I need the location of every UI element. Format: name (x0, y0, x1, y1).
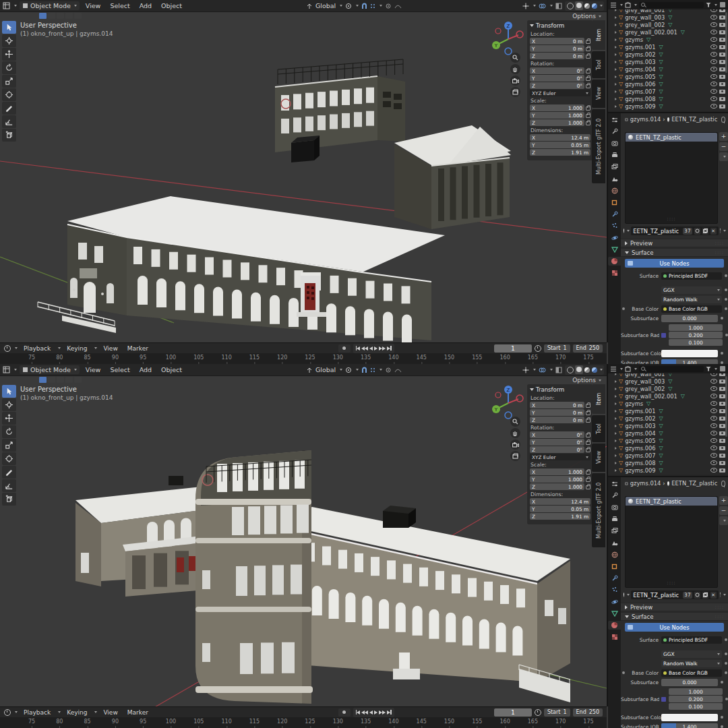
unlink-button[interactable]: ✕ (710, 228, 717, 235)
hide-eye-icon[interactable] (710, 394, 717, 398)
lock-icon[interactable] (586, 448, 590, 452)
outliner-item-gzyms.005[interactable]: ▽gzyms.005▽ (608, 73, 728, 80)
subheader-icon-3[interactable] (57, 13, 64, 19)
timeline[interactable]: Playback Keying View Marker 1 Start1 End… (0, 706, 607, 728)
hide-eye-icon[interactable] (710, 401, 717, 406)
zoom-icon[interactable] (510, 417, 520, 427)
menu-object[interactable]: Object (158, 366, 185, 373)
tool-move[interactable] (2, 48, 16, 61)
outliner-item-gzyms.005[interactable]: ▽gzyms.005▽ (608, 437, 728, 444)
material-slot-list[interactable]: EETN_TZ_plastic :::: (625, 496, 718, 588)
orientation-icon[interactable] (306, 3, 313, 9)
shader-select[interactable]: Principled BSDF (661, 272, 722, 280)
shader-select[interactable]: Principled BSDF (661, 636, 722, 644)
tab-view[interactable]: View (592, 444, 605, 472)
properties-editor-icon[interactable] (608, 479, 621, 488)
menu-add[interactable]: Add (136, 2, 155, 9)
hide-eye-icon[interactable] (710, 59, 717, 64)
add-slot-button[interactable]: + (719, 496, 728, 505)
hide-eye-icon[interactable] (710, 468, 717, 473)
orientation-icon[interactable] (306, 367, 313, 373)
xray-toggle-icon[interactable] (555, 3, 562, 9)
xray-toggle-icon[interactable] (555, 367, 562, 373)
subheader-icon-1[interactable] (39, 377, 47, 383)
menu-keying[interactable]: Keying (63, 709, 90, 716)
snap-with-icon[interactable] (370, 3, 375, 9)
timeline-ruler[interactable]: 7580859095100105110115120125130135140145… (0, 353, 607, 364)
hide-eye-icon[interactable] (710, 44, 717, 49)
tab-object-icon[interactable] (608, 198, 621, 207)
disclosure-icon[interactable] (615, 16, 617, 19)
snap-magnet-icon[interactable] (361, 3, 367, 9)
new-material-button[interactable] (702, 592, 708, 599)
tab-material-icon[interactable] (608, 621, 621, 630)
menu-add[interactable]: Add (136, 366, 155, 373)
radius-x-field[interactable]: 1.000 (669, 688, 723, 695)
disclosure-icon[interactable] (615, 469, 617, 472)
outliner-item-gzyms.004[interactable]: ▽gzyms.004▽ (608, 65, 728, 73)
dimensions-y-field[interactable]: Y0.05 m (530, 506, 590, 512)
shading-material-icon[interactable] (584, 3, 590, 9)
hide-eye-icon[interactable] (710, 386, 717, 391)
tab-view[interactable]: View (592, 80, 605, 108)
subheader-icon-1[interactable] (39, 13, 47, 19)
hide-eye-icon[interactable] (710, 408, 717, 413)
radius-y-field[interactable]: 0.200 (669, 332, 723, 338)
render-camera-icon[interactable] (719, 439, 725, 443)
display-mode-icon[interactable] (625, 2, 631, 8)
rotation-mode-dropdown[interactable]: XYZ Euler (530, 454, 590, 460)
navigation-gizmo[interactable]: Z Y (489, 384, 527, 425)
menu-select[interactable]: Select (107, 366, 133, 373)
dimensions-x-field[interactable]: X12.4 m (530, 134, 590, 141)
vector-toggle-icon[interactable] (661, 333, 666, 338)
hide-eye-icon[interactable] (710, 74, 717, 79)
hide-eye-icon[interactable] (710, 438, 717, 443)
prev-keyframe-button[interactable] (361, 345, 368, 352)
disclosure-icon[interactable] (615, 90, 617, 93)
render-camera-icon[interactable] (719, 38, 725, 42)
outliner[interactable]: ▽grey_wall_001▽▽grey_wall_003▽▽grey_wall… (608, 0, 728, 111)
rotation-mode-dropdown[interactable]: XYZ Euler (530, 90, 590, 96)
falloff-curve-icon[interactable] (394, 3, 402, 9)
tab-tool-icon[interactable] (608, 491, 621, 500)
disclosure-icon[interactable] (615, 31, 617, 34)
hide-eye-icon[interactable] (710, 67, 717, 71)
disclosure-icon[interactable] (615, 53, 617, 56)
frame-start-field[interactable]: Start1 (544, 708, 570, 717)
current-frame-field[interactable]: 1 (494, 344, 532, 353)
dimensions-z-field[interactable]: Z1.91 m (530, 513, 590, 520)
location-x-field[interactable]: X0 m (530, 402, 584, 408)
material-name-field[interactable]: EETN_TZ_plastic 37 ✕ (631, 590, 718, 599)
render-camera-icon[interactable] (719, 454, 725, 458)
radius-z-field[interactable]: 0.100 (669, 703, 723, 710)
timeline-editor-icon[interactable] (4, 345, 11, 352)
tool-scale[interactable] (2, 75, 16, 88)
tab-render-icon[interactable] (608, 503, 621, 512)
timeline[interactable]: Playback Keying View Marker 1 Start1 End… (0, 342, 607, 364)
orientation-label[interactable]: Global (315, 2, 336, 9)
disclosure-icon[interactable] (615, 410, 617, 413)
outliner-options-icon[interactable] (719, 1, 726, 8)
options-dropdown[interactable]: Options (572, 377, 601, 384)
fake-user-button[interactable] (694, 228, 700, 235)
outliner-item-gzyms.006[interactable]: ▽gzyms.006▽ (608, 80, 728, 88)
lock-icon[interactable] (586, 411, 590, 415)
breadcrumb-material[interactable]: EETN_TZ_plastic (671, 480, 717, 487)
outliner-item-gzyms.003[interactable]: ▽gzyms.003▽ (608, 58, 728, 65)
lock-icon[interactable] (586, 55, 590, 59)
snap-magnet-icon[interactable] (361, 367, 367, 373)
hide-eye-icon[interactable] (710, 453, 717, 458)
outliner-item-gzyms[interactable]: ▽gzyms▽ (608, 400, 728, 407)
shading-wireframe-icon[interactable] (567, 367, 574, 373)
outliner-item-grey_wall_002[interactable]: ▽grey_wall_002▽ (608, 21, 728, 28)
overlays-icon[interactable] (539, 367, 546, 373)
dimensions-x-field[interactable]: X12.4 m (530, 498, 590, 505)
tool-transform[interactable] (2, 88, 16, 101)
pin-icon[interactable] (721, 481, 725, 487)
radius-y-field[interactable]: 0.200 (669, 696, 723, 702)
slot-specials-button[interactable] (719, 516, 728, 525)
current-frame-field[interactable]: 1 (494, 708, 532, 717)
collapse-icon[interactable] (530, 24, 534, 27)
disclosure-icon[interactable] (615, 38, 617, 41)
frame-end-field[interactable]: End250 (573, 344, 603, 353)
